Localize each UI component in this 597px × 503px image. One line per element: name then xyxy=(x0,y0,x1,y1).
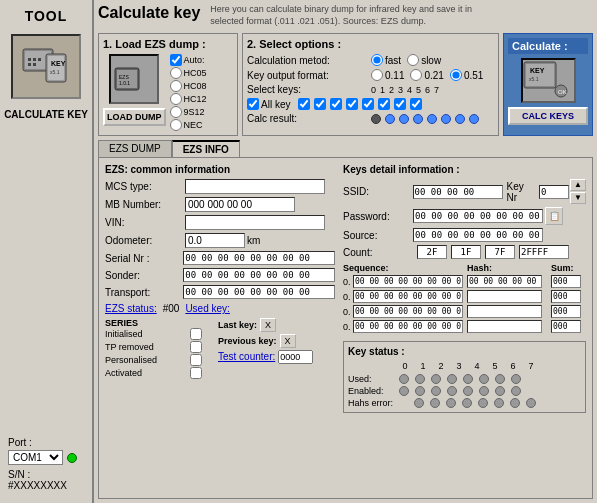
seq-input-0[interactable] xyxy=(353,275,463,288)
sonder-input[interactable] xyxy=(183,268,335,282)
sum-input-3[interactable] xyxy=(551,320,581,333)
all-key-checkbox[interactable] xyxy=(247,98,259,110)
key-nr-down[interactable]: ▼ xyxy=(570,192,586,204)
personalised-checkbox[interactable] xyxy=(190,354,202,366)
sum-input-1[interactable] xyxy=(551,290,581,303)
vin-input[interactable] xyxy=(185,215,325,230)
calc-result-row: Calc result: xyxy=(247,113,494,124)
ezs-status-link[interactable]: EZS status: xyxy=(105,303,157,314)
used-key-link[interactable]: Used key: xyxy=(185,303,229,314)
main-area: Calculate key Here you can calculate bin… xyxy=(94,0,597,503)
sidebar-item-label: CALCULATE KEY xyxy=(4,109,88,120)
hc05-radio[interactable] xyxy=(170,67,182,79)
9s12-radio[interactable] xyxy=(170,106,182,118)
prev-key-button[interactable]: X xyxy=(280,334,296,348)
key-nr-input[interactable] xyxy=(539,185,569,199)
initialised-checkbox[interactable] xyxy=(190,328,202,340)
sum-input-2[interactable] xyxy=(551,305,581,318)
format-011-radio[interactable] xyxy=(371,69,383,81)
transport-label: Transport: xyxy=(105,287,183,298)
fast-radio[interactable] xyxy=(371,54,383,66)
hc08-radio[interactable] xyxy=(170,80,182,92)
mb-number-input[interactable] xyxy=(185,197,295,212)
serial-nr-input[interactable] xyxy=(183,251,335,265)
format-051-radio[interactable] xyxy=(450,69,462,81)
calc-method-row: Calculation metod: fast slow xyxy=(247,54,494,66)
load-content: EZS 1.0.1 LOAD DUMP Auto: xyxy=(103,54,233,131)
activated-checkbox[interactable] xyxy=(190,367,202,379)
ssid-input[interactable] xyxy=(413,185,503,199)
enabled-led-5 xyxy=(479,386,489,396)
tab-ezs-dump[interactable]: EZS DUMP xyxy=(98,140,172,157)
odometer-input[interactable] xyxy=(185,233,245,248)
last-key-button[interactable]: X xyxy=(260,318,276,332)
transport-input[interactable] xyxy=(183,285,335,299)
enabled-led-6 xyxy=(495,386,505,396)
sonder-label: Sonder: xyxy=(105,270,183,281)
sonder-row: Sonder: xyxy=(105,268,335,282)
key-nr-up[interactable]: ▲ xyxy=(570,179,586,191)
used-led-5 xyxy=(479,374,489,384)
key-2-checkbox[interactable] xyxy=(330,98,342,110)
mcs-type-input[interactable] xyxy=(185,179,325,194)
auto-checkbox[interactable] xyxy=(170,54,182,66)
seq-input-2[interactable] xyxy=(353,305,463,318)
hash-input-0[interactable] xyxy=(467,275,542,288)
seq-input-3[interactable] xyxy=(353,320,463,333)
hash-row-2 xyxy=(467,305,547,318)
password-input[interactable] xyxy=(413,209,543,223)
test-counter-label[interactable]: Test counter: xyxy=(218,351,275,362)
ks-num-6: 6 xyxy=(507,361,519,371)
count-1f-input[interactable] xyxy=(451,245,481,259)
hash-input-2[interactable] xyxy=(467,305,542,318)
key-num-1: 1 xyxy=(380,85,385,95)
mcs-type-row: MCS type: xyxy=(105,179,335,194)
count-2f-input[interactable] xyxy=(417,245,447,259)
hc08-label: HC08 xyxy=(184,81,207,91)
calc-keys-button[interactable]: CALC KEYS xyxy=(508,107,588,125)
key-0-checkbox[interactable] xyxy=(298,98,310,110)
calculate-panel: Calculate : KEY x5.1 OK CALC KEYS xyxy=(503,33,593,136)
source-input[interactable] xyxy=(413,228,543,242)
key-1-checkbox[interactable] xyxy=(314,98,326,110)
count-2ffff-input[interactable] xyxy=(519,245,569,259)
password-copy-button[interactable]: 📋 xyxy=(545,207,563,225)
used-led-2 xyxy=(431,374,441,384)
nec-radio[interactable] xyxy=(170,119,182,131)
test-counter-input[interactable] xyxy=(278,350,313,364)
tp-removed-checkbox[interactable] xyxy=(190,341,202,353)
key-7-checkbox[interactable] xyxy=(410,98,422,110)
format-051-item: 0.51 xyxy=(450,69,483,81)
calc-result-label: Calc result: xyxy=(247,113,367,124)
tab-ezs-info[interactable]: EZS INFO xyxy=(172,140,240,157)
load-dump-button[interactable]: LOAD DUMP xyxy=(103,108,166,126)
tp-removed-row: TP removed xyxy=(105,341,202,353)
left-column: EZS: common information MCS type: MB Num… xyxy=(105,164,335,413)
key-status-numbers: 0 1 2 3 4 5 6 7 xyxy=(348,361,581,371)
calc-key-icon: KEY x5.1 OK xyxy=(521,58,576,103)
fast-radio-item: fast xyxy=(371,54,401,66)
slow-radio[interactable] xyxy=(407,54,419,66)
sequence-column: Sequence: 0. 0. 0. xyxy=(343,263,463,335)
seq-input-1[interactable] xyxy=(353,290,463,303)
seq-num-0: 0. xyxy=(343,277,353,287)
select-keys-label: Select keys: xyxy=(247,84,367,95)
com-select[interactable]: COM1 COM2 COM3 xyxy=(8,450,63,465)
format-021-radio[interactable] xyxy=(410,69,422,81)
key-5-checkbox[interactable] xyxy=(378,98,390,110)
used-led-3 xyxy=(447,374,457,384)
hash-input-3[interactable] xyxy=(467,320,542,333)
hash-input-1[interactable] xyxy=(467,290,542,303)
result-led-1 xyxy=(385,114,395,124)
last-key-col: Last key: X Previous key: X Test counter… xyxy=(218,318,313,380)
key-3-checkbox[interactable] xyxy=(346,98,358,110)
sum-input-0[interactable] xyxy=(551,275,581,288)
hash-row-3 xyxy=(467,320,547,333)
hc12-radio[interactable] xyxy=(170,93,182,105)
seq-num-1: 0. xyxy=(343,292,353,302)
sum-header: Sum: xyxy=(551,263,586,273)
fast-label: fast xyxy=(385,55,401,66)
key-4-checkbox[interactable] xyxy=(362,98,374,110)
count-7f-input[interactable] xyxy=(485,245,515,259)
key-6-checkbox[interactable] xyxy=(394,98,406,110)
